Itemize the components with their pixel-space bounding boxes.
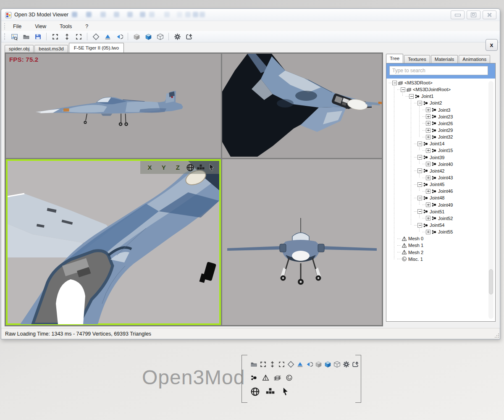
globe-button[interactable] [186, 163, 195, 172]
tree-expander-plus[interactable] [426, 216, 430, 220]
tree-scrollbar[interactable] [488, 81, 494, 319]
left-bracket [242, 355, 247, 403]
tree-item-joint40[interactable]: Joint40 [386, 161, 495, 168]
tree-expander-minus[interactable] [392, 81, 397, 85]
scrollbar-thumb[interactable] [489, 269, 493, 294]
previous-view-button[interactable] [115, 32, 124, 41]
tree-expander-minus[interactable] [417, 196, 422, 200]
tree-item-joint3[interactable]: Joint3 [386, 107, 495, 113]
blurred-icon [114, 12, 119, 17]
tree-item-joint52[interactable]: Joint52 [386, 215, 495, 222]
viewport-top-view[interactable] [222, 54, 382, 158]
maximize-button[interactable] [467, 10, 480, 19]
tree-expander-minus[interactable] [417, 142, 422, 146]
document-tab-beast-ms3d[interactable]: beast.ms3d [34, 45, 68, 52]
tree-expander-minus[interactable] [417, 155, 422, 160]
app-window: Open 3D Model Viewer FileViewTools? spid… [1, 8, 500, 339]
viewport-side-view[interactable]: FPS: 75.2 [6, 54, 221, 158]
panel-tab-textures[interactable]: Textures [404, 55, 430, 63]
cursor-button[interactable] [207, 163, 216, 172]
resize-grip-icon[interactable] [495, 333, 499, 338]
axis-button-x[interactable]: X [143, 164, 156, 171]
expand-views-button[interactable] [74, 32, 83, 41]
tree-expander-minus[interactable] [401, 87, 405, 92]
tree-expander-plus[interactable] [426, 121, 430, 126]
tree-item-joint46[interactable]: Joint46 [386, 188, 495, 194]
close-button[interactable] [483, 10, 496, 19]
tree-expander-plus[interactable] [426, 128, 430, 133]
tree-item-joint32[interactable]: Joint32 [386, 134, 495, 140]
tree-expander-plus[interactable] [426, 202, 430, 207]
tree-item-joint23[interactable]: Joint23 [386, 113, 495, 120]
search-input[interactable] [389, 66, 488, 75]
open-folder-button[interactable] [21, 32, 31, 41]
tree-item-joint14[interactable]: Joint14 [386, 140, 495, 147]
tree-expander-plus[interactable] [426, 230, 430, 234]
tree-item-mesh-1[interactable]: Mesh 1 [386, 242, 495, 249]
tree-expander-plus[interactable] [426, 148, 430, 153]
save-button[interactable] [33, 32, 42, 41]
blocks-button[interactable] [196, 163, 205, 172]
tree-item-joint15[interactable]: Joint15 [386, 147, 495, 154]
cube-wireframe-button[interactable] [155, 32, 165, 41]
tree-expander-plus[interactable] [426, 108, 430, 112]
tree-item-joint42[interactable]: Joint42 [386, 168, 495, 174]
menu-item-[interactable]: ? [84, 23, 90, 30]
close-document-button[interactable]: x [486, 39, 498, 51]
tree-expander-minus[interactable] [417, 168, 422, 173]
panel-tab-tree[interactable]: Tree [386, 54, 403, 63]
axis-button-z[interactable]: Z [171, 164, 184, 171]
minimize-button[interactable] [451, 10, 465, 19]
viewport-overlay-toolbar: XYZ [140, 161, 219, 174]
tree-item-joint29[interactable]: Joint29 [386, 127, 495, 134]
menu-item-file[interactable]: File [11, 23, 23, 30]
orbit-up-button[interactable] [103, 32, 112, 41]
tree-item-joint39[interactable]: Joint39 [386, 154, 495, 161]
tree-item-label: Joint23 [438, 114, 453, 119]
tree-expander-plus[interactable] [426, 135, 430, 139]
tree-expander-plus[interactable] [426, 162, 430, 166]
tree-item-joint54[interactable]: Joint54 [386, 222, 495, 228]
document-tab-f-5e-tiger-ii-05-lwo[interactable]: F-5E Tiger II (05).lwo [69, 43, 124, 52]
axis-button-y[interactable]: Y [158, 164, 170, 171]
tree-item-joint51[interactable]: Joint51 [386, 208, 495, 215]
maximize-icon [471, 13, 476, 17]
tree-item-joint26[interactable]: Joint26 [386, 120, 495, 127]
tree-expander-minus[interactable] [417, 101, 422, 105]
panel-tab-animations[interactable]: Animations [459, 55, 490, 63]
tree-expander-plus[interactable] [426, 189, 430, 194]
tree-item-joint43[interactable]: Joint43 [386, 174, 495, 181]
menu-item-tools[interactable]: Tools [58, 23, 74, 30]
title-bar[interactable]: Open 3D Model Viewer [1, 9, 500, 21]
viewport-quad: FPS: 75.2 [5, 52, 383, 326]
tree-connector [414, 171, 417, 171]
tree-item-misc-1[interactable]: Misc. 1 [386, 256, 495, 262]
settings-gear-button[interactable] [173, 32, 182, 41]
tree-item-mesh-2[interactable]: Mesh 2 [386, 249, 495, 256]
tree-item-mesh-0[interactable]: Mesh 0 [386, 235, 495, 242]
document-tab-spider-obj[interactable]: spider.obj [5, 45, 34, 52]
tree-item-joint49[interactable]: Joint49 [386, 202, 495, 208]
diamond-axes-button[interactable] [91, 32, 100, 41]
tree-item-joint48[interactable]: Joint48 [386, 194, 495, 201]
cube-solid-blue-button[interactable] [144, 32, 153, 41]
tree-item-ms3droot[interactable]: <MS3DRoot> [386, 79, 495, 86]
tree-expander-minus[interactable] [417, 182, 422, 187]
tree-expander-plus[interactable] [426, 176, 430, 180]
tree-expander-minus[interactable] [409, 94, 414, 99]
open-image-button[interactable] [10, 32, 19, 41]
export-button[interactable] [184, 32, 194, 41]
tile-views-button[interactable] [50, 32, 60, 41]
tree-item-joint2[interactable]: Joint2 [386, 100, 495, 106]
tree-item-joint45[interactable]: Joint45 [386, 181, 495, 188]
viewport-front-view[interactable] [222, 159, 382, 325]
viewport-perspective-view[interactable]: XYZ [6, 159, 221, 325]
cube-solid-gray-button[interactable] [132, 32, 141, 41]
tree-expander-plus[interactable] [426, 114, 430, 119]
split-vertical-button[interactable] [62, 32, 71, 41]
menu-item-view[interactable]: View [33, 23, 48, 30]
tree-expander-minus[interactable] [417, 223, 422, 228]
tree-item-joint55[interactable]: Joint55 [386, 228, 495, 235]
panel-tab-materials[interactable]: Materials [431, 55, 458, 63]
tree-expander-minus[interactable] [417, 209, 422, 214]
